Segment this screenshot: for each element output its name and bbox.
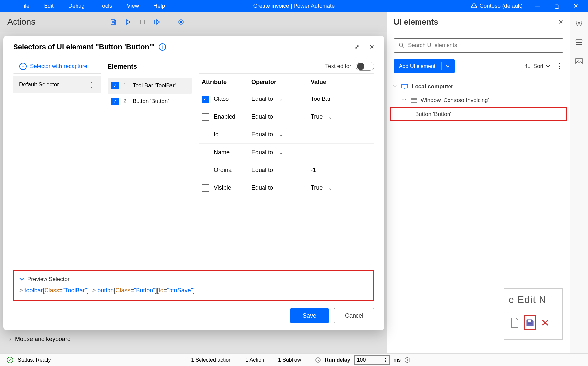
add-ui-element-split[interactable] bbox=[441, 62, 449, 70]
menu-edit[interactable]: Edit bbox=[37, 3, 61, 9]
window-icon bbox=[410, 98, 418, 103]
operator-select[interactable]: Equal to bbox=[251, 131, 273, 138]
save-icon-selected bbox=[524, 315, 536, 330]
svg-point-2 bbox=[180, 21, 182, 23]
element-checkbox[interactable] bbox=[111, 98, 119, 105]
maximize-button[interactable]: ▢ bbox=[548, 0, 565, 12]
close-red-icon: ✕ bbox=[539, 315, 551, 330]
tree-node-window[interactable]: ﹀ Window 'Contoso Invoicing' bbox=[390, 94, 567, 107]
environment-icon bbox=[471, 3, 477, 9]
variables-rail-button[interactable]: {x} bbox=[574, 18, 584, 28]
accordion-mouse-keyboard[interactable]: › Mouse and keyboard bbox=[3, 331, 96, 347]
spinner-buttons[interactable]: ▲▼ bbox=[384, 357, 387, 363]
play-icon bbox=[125, 19, 131, 25]
element-row-1[interactable]: 1 Tool Bar 'ToolBar' bbox=[108, 78, 192, 94]
element-label: Tool Bar 'ToolBar' bbox=[133, 82, 176, 89]
info-icon[interactable]: i bbox=[159, 43, 166, 51]
file-icon bbox=[509, 315, 521, 330]
search-input[interactable] bbox=[408, 42, 558, 49]
selectors-dialog: Selectors of UI element "Button 'Button'… bbox=[3, 36, 384, 330]
menu-view[interactable]: View bbox=[120, 3, 146, 9]
status-bar: ✓ Status: Ready 1 Selected action 1 Acti… bbox=[0, 353, 588, 366]
tree-label: Window 'Contoso Invoicing' bbox=[421, 97, 489, 104]
col-operator: Operator bbox=[251, 79, 311, 86]
minimize-button[interactable]: — bbox=[529, 0, 546, 12]
preview-selector-toggle[interactable]: Preview Selector bbox=[19, 276, 368, 283]
menu-file[interactable]: File bbox=[13, 3, 37, 9]
selector-item-default[interactable]: Default Selector ⋮ bbox=[13, 76, 101, 93]
chevron-down-icon: ⌄ bbox=[279, 150, 283, 155]
search-icon bbox=[399, 42, 405, 48]
environment-picker[interactable]: Contoso (default) bbox=[467, 3, 527, 9]
chevron-down-icon bbox=[446, 65, 449, 68]
operator-select[interactable]: Equal to bbox=[251, 184, 273, 191]
attr-checkbox[interactable] bbox=[202, 167, 209, 174]
attr-value[interactable]: -1 bbox=[311, 167, 316, 174]
chevron-right-icon: › bbox=[9, 336, 11, 343]
run-button[interactable] bbox=[121, 15, 135, 29]
images-rail-button[interactable] bbox=[574, 57, 584, 66]
menu-tools[interactable]: Tools bbox=[92, 3, 120, 9]
add-ui-element-button[interactable]: Add UI element bbox=[394, 59, 455, 73]
tree-node-computer[interactable]: ﹀ Local computer bbox=[390, 80, 567, 94]
save-flow-button[interactable] bbox=[106, 15, 121, 29]
attr-checkbox[interactable] bbox=[202, 184, 209, 192]
attr-checkbox[interactable] bbox=[202, 113, 209, 121]
right-rail: {x} bbox=[570, 12, 588, 353]
cancel-button[interactable]: Cancel bbox=[334, 308, 374, 323]
step-button[interactable] bbox=[150, 15, 164, 29]
selector-item-label: Default Selector bbox=[19, 81, 59, 88]
menu-debug[interactable]: Debug bbox=[61, 3, 92, 9]
actions-panel-title: Actions bbox=[0, 17, 100, 27]
status-ok-icon: ✓ bbox=[7, 357, 13, 363]
attr-value[interactable]: True bbox=[311, 184, 323, 191]
divider bbox=[169, 17, 169, 27]
text-editor-toggle[interactable] bbox=[356, 62, 374, 71]
attr-checkbox[interactable] bbox=[202, 131, 209, 138]
search-ui-elements[interactable] bbox=[394, 38, 563, 53]
attr-value[interactable]: ToolBar bbox=[311, 96, 331, 102]
sort-button[interactable]: Sort bbox=[525, 63, 550, 70]
attr-row-ordinal: Ordinal Equal to -1 bbox=[199, 161, 374, 179]
operator-select[interactable]: Equal to bbox=[251, 167, 273, 174]
element-index: 2 bbox=[123, 98, 128, 105]
preview-label: Preview Selector bbox=[27, 276, 70, 283]
svg-rect-7 bbox=[402, 84, 408, 88]
svg-rect-8 bbox=[411, 98, 417, 103]
tree-label: Local computer bbox=[412, 83, 453, 90]
chevron-down-icon: ⌄ bbox=[328, 114, 332, 120]
operator-select[interactable]: Equal to bbox=[251, 149, 273, 156]
selected-action-count: 1 Selected action bbox=[191, 357, 232, 363]
run-delay-input[interactable]: 100 ▲▼ bbox=[354, 355, 390, 365]
element-checkbox[interactable] bbox=[111, 82, 119, 89]
chevron-down-icon: ⌄ bbox=[279, 132, 283, 137]
close-dialog-button[interactable]: ✕ bbox=[369, 43, 374, 51]
menu-help[interactable]: Help bbox=[146, 3, 172, 9]
selector-code: > toolbar[Class="ToolBar"] > button[Clas… bbox=[19, 287, 368, 294]
col-attribute: Attribute bbox=[202, 79, 251, 86]
element-index: 1 bbox=[123, 82, 128, 89]
record-button[interactable] bbox=[174, 15, 188, 29]
stop-button[interactable] bbox=[135, 15, 150, 29]
save-button[interactable]: Save bbox=[290, 308, 329, 323]
close-window-button[interactable]: ✕ bbox=[568, 0, 584, 12]
info-icon[interactable]: i bbox=[405, 357, 410, 363]
attr-checkbox[interactable] bbox=[202, 96, 209, 103]
attr-checkbox[interactable] bbox=[202, 149, 209, 156]
attr-value[interactable]: True bbox=[311, 113, 323, 120]
selector-item-more[interactable]: ⋮ bbox=[88, 81, 95, 89]
text-editor-label: Text editor bbox=[325, 63, 351, 70]
element-row-2[interactable]: 2 Button 'Button' bbox=[108, 94, 192, 109]
more-options-button[interactable]: ⋮ bbox=[556, 62, 563, 70]
new-selector-button[interactable]: + Selector with recapture bbox=[13, 59, 101, 74]
chevron-down-icon bbox=[546, 65, 550, 68]
panel-close-button[interactable]: ✕ bbox=[558, 18, 563, 26]
operator-select[interactable]: Equal to bbox=[251, 113, 273, 120]
tree-node-button-selected[interactable]: Button 'Button' bbox=[390, 107, 567, 121]
operator-select[interactable]: Equal to bbox=[251, 96, 273, 102]
record-icon bbox=[178, 19, 184, 25]
ui-elements-rail-button[interactable] bbox=[574, 38, 584, 47]
window-title: Create invoice | Power Automate bbox=[253, 3, 335, 9]
expand-dialog-button[interactable]: ⤢ bbox=[355, 43, 359, 51]
chevron-down-icon bbox=[19, 278, 24, 281]
